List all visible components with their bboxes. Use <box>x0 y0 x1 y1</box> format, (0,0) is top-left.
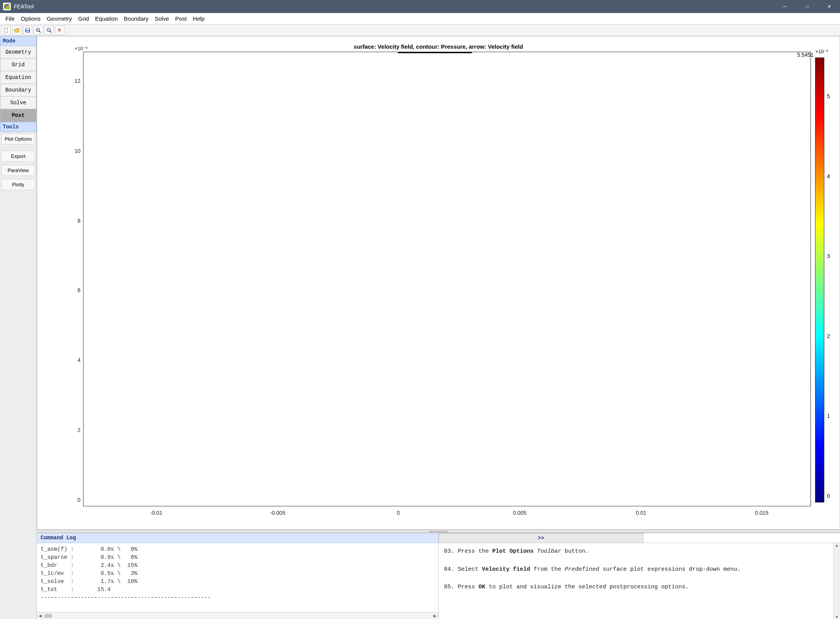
menu-boundary[interactable]: Boundary <box>121 15 151 22</box>
mode-grid[interactable]: Grid <box>0 59 36 71</box>
title-bar: FEATool — □ ✕ <box>0 0 840 13</box>
y-tick: 2 <box>77 427 84 433</box>
y-tick: 4 <box>77 357 84 363</box>
instructions-body[interactable]: 83. Press the Plot Options Toolbar butto… <box>439 543 833 619</box>
y-tick: 0 <box>77 497 84 503</box>
sidebar-tools-header: Tools <box>0 122 36 132</box>
x-tick: 0.015 <box>755 506 768 516</box>
app-icon <box>3 3 11 10</box>
text: from the <box>530 566 565 573</box>
menu-solve[interactable]: Solve <box>152 15 172 22</box>
sidebar-mode-header: Mode <box>0 36 36 46</box>
x-tick: -0.005 <box>270 506 285 516</box>
instructions-pane: >> 83. Press the Plot Options Toolbar bu… <box>439 533 840 619</box>
scrollbar-vertical[interactable]: ▲ ▼ <box>833 543 840 619</box>
close-button[interactable]: ✕ <box>822 4 837 9</box>
text: 85. Press <box>444 584 479 590</box>
sidebar: Mode Geometry Grid Equation Boundary Sol… <box>0 36 37 619</box>
plot-area[interactable]: surface: Velocity field, contour: Pressu… <box>37 36 840 530</box>
field-plot <box>84 52 810 506</box>
menu-grid[interactable]: Grid <box>75 15 92 22</box>
menu-file[interactable]: File <box>2 15 18 22</box>
tool-plotly[interactable]: Plotly <box>1 179 35 190</box>
svg-rect-4 <box>26 31 29 32</box>
tool-paraview[interactable]: ParaView <box>1 165 35 176</box>
mode-boundary[interactable]: Boundary <box>0 84 36 97</box>
toolbar <box>0 25 840 36</box>
colorbar-tick: 0 <box>824 493 830 499</box>
text: OK <box>479 584 486 590</box>
window-title: FEATool <box>14 3 777 10</box>
text: Plot Options <box>492 548 534 555</box>
colorbar-tick: 2 <box>824 333 830 339</box>
colorbar-exponent: ×10⁻³ <box>815 49 828 54</box>
svg-line-6 <box>39 31 41 33</box>
mode-post[interactable]: Post <box>0 109 36 122</box>
minimize-button[interactable]: — <box>777 4 792 9</box>
colorbar-tick: 3 <box>824 253 830 259</box>
text: to plot and visualize the selected postp… <box>486 584 689 590</box>
colorbar-tick: 1 <box>824 413 830 419</box>
plot-title: surface: Velocity field, contour: Pressu… <box>37 43 840 50</box>
svg-rect-3 <box>26 28 29 30</box>
menu-post[interactable]: Post <box>172 15 190 22</box>
axes: ×10⁻³ 0 2 4 6 8 10 12 -0.01 -0.005 0 0.0… <box>83 52 811 506</box>
y-tick: 10 <box>74 148 84 154</box>
text: button. <box>561 548 589 555</box>
colorbar-tick: 4 <box>824 173 830 179</box>
mode-geometry[interactable]: Geometry <box>0 46 36 59</box>
command-log-body[interactable]: t_asm(f) : 0.0s \ 0% t_sparse : 0.9s \ 6… <box>37 543 438 612</box>
menu-equation[interactable]: Equation <box>92 15 121 22</box>
text: Predefined <box>565 566 599 573</box>
colorbar-tick: 5 <box>824 93 830 99</box>
y-axis-exponent: ×10⁻³ <box>75 46 87 51</box>
x-tick: 0 <box>397 506 400 516</box>
menu-options[interactable]: Options <box>18 15 44 22</box>
new-icon[interactable] <box>2 26 11 35</box>
svg-line-10 <box>50 31 51 33</box>
maximize-button[interactable]: □ <box>799 4 815 9</box>
menu-geometry[interactable]: Geometry <box>44 15 75 22</box>
pan-icon[interactable] <box>55 26 64 35</box>
zoom-in-icon[interactable] <box>34 26 43 35</box>
text: 83. Press the <box>444 548 492 555</box>
menu-bar: File Options Geometry Grid Equation Boun… <box>0 13 840 25</box>
zoom-out-icon[interactable] <box>44 26 54 35</box>
x-tick: 0.005 <box>513 506 527 516</box>
command-log-header: Command Log <box>37 533 438 543</box>
tool-plot-options[interactable]: Plot Options <box>1 133 35 144</box>
command-log-pane: Command Log t_asm(f) : 0.0s \ 0% t_spars… <box>37 533 439 619</box>
splitter-horizontal[interactable] <box>37 530 840 533</box>
x-tick: 0.01 <box>636 506 646 516</box>
text: 84. Select <box>444 566 482 573</box>
text: Toolbar <box>534 548 561 555</box>
scrollbar-horizontal[interactable]: ◀▶ <box>37 612 438 619</box>
y-tick: 8 <box>77 218 84 224</box>
colorbar: 0 1 2 3 4 5 <box>815 57 824 502</box>
menu-help[interactable]: Help <box>190 15 208 22</box>
y-tick: 12 <box>74 78 84 84</box>
tool-export[interactable]: Export <box>1 151 35 162</box>
x-tick: -0.01 <box>150 506 162 516</box>
colorbar-max: 5.5451 <box>797 52 814 58</box>
save-icon[interactable] <box>23 26 32 35</box>
y-tick: 6 <box>77 287 84 293</box>
text: surface plot expressions drop-down menu. <box>599 566 741 573</box>
command-prompt[interactable]: >> <box>439 533 644 543</box>
mode-solve[interactable]: Solve <box>0 97 36 109</box>
mode-equation[interactable]: Equation <box>0 71 36 84</box>
open-icon[interactable] <box>12 26 21 35</box>
text: Velocity field <box>482 566 530 573</box>
bottom-panes: Command Log t_asm(f) : 0.0s \ 0% t_spars… <box>37 533 840 619</box>
